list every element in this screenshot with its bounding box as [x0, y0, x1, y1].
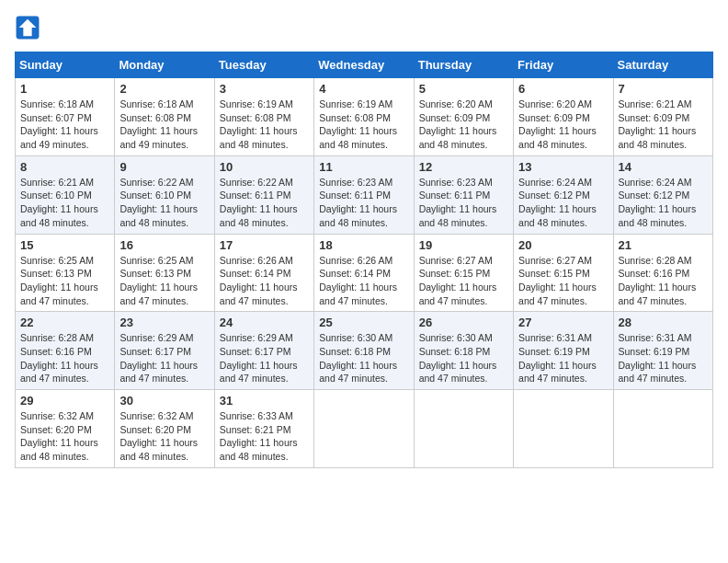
day-detail: Sunrise: 6:22 AMSunset: 6:11 PMDaylight:…: [220, 177, 298, 228]
calendar-header-saturday: Saturday: [613, 52, 712, 78]
calendar-cell: 3 Sunrise: 6:19 AMSunset: 6:08 PMDayligh…: [214, 78, 313, 156]
day-number: 8: [20, 160, 109, 174]
day-detail: Sunrise: 6:25 AMSunset: 6:13 PMDaylight:…: [119, 255, 198, 306]
day-detail: Sunrise: 6:24 AMSunset: 6:12 PMDaylight:…: [619, 177, 697, 228]
page-header: [15, 15, 713, 40]
logo: [15, 15, 44, 40]
day-number: 30: [119, 394, 209, 408]
day-detail: Sunrise: 6:31 AMSunset: 6:19 PMDaylight:…: [518, 332, 597, 384]
calendar-cell: 8 Sunrise: 6:21 AMSunset: 6:10 PMDayligh…: [16, 155, 115, 234]
calendar-cell: [414, 390, 513, 468]
calendar-cell: 6 Sunrise: 6:20 AMSunset: 6:09 PMDayligh…: [514, 78, 613, 156]
day-detail: Sunrise: 6:27 AMSunset: 6:15 PMDaylight:…: [419, 255, 497, 306]
day-detail: Sunrise: 6:21 AMSunset: 6:09 PMDaylight:…: [619, 98, 697, 150]
day-number: 21: [619, 238, 708, 252]
day-number: 4: [319, 82, 408, 96]
day-detail: Sunrise: 6:22 AMSunset: 6:10 PMDaylight:…: [119, 177, 198, 228]
calendar-cell: 2 Sunrise: 6:18 AMSunset: 6:08 PMDayligh…: [115, 78, 214, 156]
calendar-cell: [514, 390, 613, 468]
calendar-header-row: SundayMondayTuesdayWednesdayThursdayFrid…: [16, 52, 713, 78]
calendar-cell: 27 Sunrise: 6:31 AMSunset: 6:19 PMDaylig…: [514, 312, 613, 390]
calendar-cell: 30 Sunrise: 6:32 AMSunset: 6:20 PMDaylig…: [115, 390, 214, 468]
calendar-cell: [314, 390, 414, 468]
calendar-table: SundayMondayTuesdayWednesdayThursdayFrid…: [15, 52, 713, 468]
day-number: 11: [319, 160, 408, 174]
calendar-cell: 15 Sunrise: 6:25 AMSunset: 6:13 PMDaylig…: [16, 234, 115, 312]
day-detail: Sunrise: 6:32 AMSunset: 6:20 PMDaylight:…: [20, 410, 98, 462]
day-number: 1: [20, 82, 109, 96]
calendar-week-5: 29 Sunrise: 6:32 AMSunset: 6:20 PMDaylig…: [16, 390, 713, 468]
calendar-cell: 20 Sunrise: 6:27 AMSunset: 6:15 PMDaylig…: [514, 234, 613, 312]
day-number: 20: [518, 238, 608, 252]
calendar-header-friday: Friday: [514, 52, 613, 78]
calendar-cell: 19 Sunrise: 6:27 AMSunset: 6:15 PMDaylig…: [414, 234, 513, 312]
day-detail: Sunrise: 6:18 AMSunset: 6:08 PMDaylight:…: [119, 98, 198, 150]
calendar-cell: 26 Sunrise: 6:30 AMSunset: 6:18 PMDaylig…: [414, 312, 513, 390]
day-number: 12: [419, 160, 508, 174]
calendar-cell: 25 Sunrise: 6:30 AMSunset: 6:18 PMDaylig…: [314, 312, 414, 390]
day-detail: Sunrise: 6:19 AMSunset: 6:08 PMDaylight:…: [319, 98, 397, 150]
calendar-cell: 14 Sunrise: 6:24 AMSunset: 6:12 PMDaylig…: [613, 155, 712, 234]
day-detail: Sunrise: 6:28 AMSunset: 6:16 PMDaylight:…: [619, 255, 697, 306]
calendar-cell: 22 Sunrise: 6:28 AMSunset: 6:16 PMDaylig…: [16, 312, 115, 390]
calendar-cell: 29 Sunrise: 6:32 AMSunset: 6:20 PMDaylig…: [16, 390, 115, 468]
calendar-cell: 9 Sunrise: 6:22 AMSunset: 6:10 PMDayligh…: [115, 155, 214, 234]
day-number: 16: [119, 238, 209, 252]
day-number: 23: [119, 316, 209, 329]
day-number: 24: [220, 316, 309, 329]
day-detail: Sunrise: 6:26 AMSunset: 6:14 PMDaylight:…: [319, 255, 397, 306]
day-number: 5: [419, 82, 508, 96]
calendar-cell: 23 Sunrise: 6:29 AMSunset: 6:17 PMDaylig…: [115, 312, 214, 390]
day-detail: Sunrise: 6:21 AMSunset: 6:10 PMDaylight:…: [20, 177, 98, 228]
day-detail: Sunrise: 6:29 AMSunset: 6:17 PMDaylight:…: [119, 332, 198, 384]
day-detail: Sunrise: 6:28 AMSunset: 6:16 PMDaylight:…: [20, 332, 98, 384]
day-number: 17: [220, 238, 309, 252]
calendar-cell: 24 Sunrise: 6:29 AMSunset: 6:17 PMDaylig…: [214, 312, 313, 390]
day-detail: Sunrise: 6:24 AMSunset: 6:12 PMDaylight:…: [518, 177, 597, 228]
calendar-week-4: 22 Sunrise: 6:28 AMSunset: 6:16 PMDaylig…: [16, 312, 713, 390]
day-number: 10: [220, 160, 309, 174]
day-detail: Sunrise: 6:23 AMSunset: 6:11 PMDaylight:…: [419, 177, 497, 228]
calendar-header-thursday: Thursday: [414, 52, 513, 78]
day-number: 15: [20, 238, 109, 252]
calendar-cell: 13 Sunrise: 6:24 AMSunset: 6:12 PMDaylig…: [514, 155, 613, 234]
day-number: 31: [220, 394, 309, 408]
calendar-cell: 21 Sunrise: 6:28 AMSunset: 6:16 PMDaylig…: [613, 234, 712, 312]
day-number: 13: [518, 160, 608, 174]
calendar-body: 1 Sunrise: 6:18 AMSunset: 6:07 PMDayligh…: [16, 78, 713, 468]
day-number: 3: [220, 82, 309, 96]
day-number: 2: [119, 82, 209, 96]
calendar-cell: 28 Sunrise: 6:31 AMSunset: 6:19 PMDaylig…: [613, 312, 712, 390]
day-detail: Sunrise: 6:25 AMSunset: 6:13 PMDaylight:…: [20, 255, 98, 306]
day-number: 25: [319, 316, 408, 329]
calendar-cell: 10 Sunrise: 6:22 AMSunset: 6:11 PMDaylig…: [214, 155, 313, 234]
calendar-cell: 11 Sunrise: 6:23 AMSunset: 6:11 PMDaylig…: [314, 155, 414, 234]
day-number: 22: [20, 316, 109, 329]
calendar-cell: 18 Sunrise: 6:26 AMSunset: 6:14 PMDaylig…: [314, 234, 414, 312]
day-number: 27: [518, 316, 608, 329]
day-detail: Sunrise: 6:23 AMSunset: 6:11 PMDaylight:…: [319, 177, 397, 228]
day-detail: Sunrise: 6:20 AMSunset: 6:09 PMDaylight:…: [518, 98, 597, 150]
calendar-header-tuesday: Tuesday: [214, 52, 313, 78]
calendar-cell: 4 Sunrise: 6:19 AMSunset: 6:08 PMDayligh…: [314, 78, 414, 156]
logo-icon: [15, 15, 40, 40]
day-detail: Sunrise: 6:27 AMSunset: 6:15 PMDaylight:…: [518, 255, 597, 306]
day-detail: Sunrise: 6:31 AMSunset: 6:19 PMDaylight:…: [619, 332, 697, 384]
day-detail: Sunrise: 6:26 AMSunset: 6:14 PMDaylight:…: [220, 255, 298, 306]
calendar-cell: 1 Sunrise: 6:18 AMSunset: 6:07 PMDayligh…: [16, 78, 115, 156]
calendar-cell: 16 Sunrise: 6:25 AMSunset: 6:13 PMDaylig…: [115, 234, 214, 312]
calendar-cell: [613, 390, 712, 468]
day-detail: Sunrise: 6:30 AMSunset: 6:18 PMDaylight:…: [419, 332, 497, 384]
day-number: 28: [619, 316, 708, 329]
day-detail: Sunrise: 6:20 AMSunset: 6:09 PMDaylight:…: [419, 98, 497, 150]
day-number: 7: [619, 82, 708, 96]
calendar-cell: 12 Sunrise: 6:23 AMSunset: 6:11 PMDaylig…: [414, 155, 513, 234]
calendar-cell: 7 Sunrise: 6:21 AMSunset: 6:09 PMDayligh…: [613, 78, 712, 156]
day-detail: Sunrise: 6:33 AMSunset: 6:21 PMDaylight:…: [220, 410, 298, 462]
calendar-week-2: 8 Sunrise: 6:21 AMSunset: 6:10 PMDayligh…: [16, 155, 713, 234]
day-number: 29: [20, 394, 109, 408]
day-number: 14: [619, 160, 708, 174]
day-number: 26: [419, 316, 508, 329]
day-detail: Sunrise: 6:18 AMSunset: 6:07 PMDaylight:…: [20, 98, 98, 150]
day-detail: Sunrise: 6:30 AMSunset: 6:18 PMDaylight:…: [319, 332, 397, 384]
